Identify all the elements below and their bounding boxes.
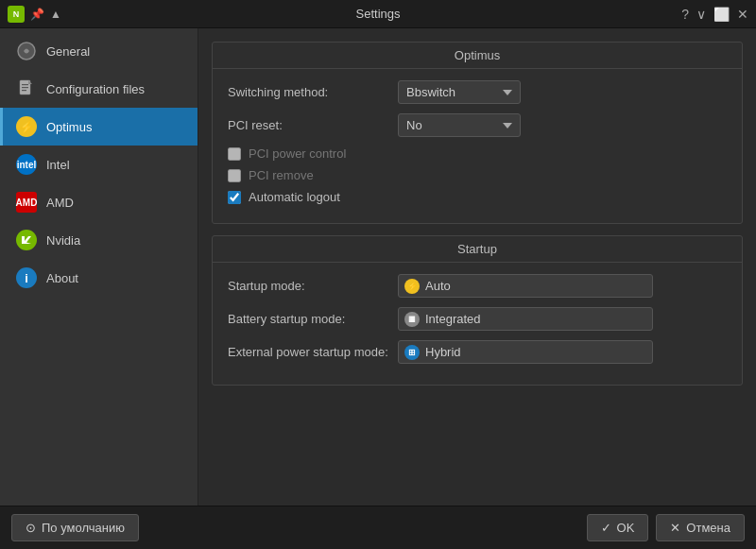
startup-mode-row: Startup mode: ⚡ Auto Integrated Hybrid N… bbox=[228, 274, 727, 298]
ok-check-icon: ✓ bbox=[601, 521, 611, 535]
switching-method-row: Switching method: Bbswitch none acpi_cal… bbox=[228, 80, 727, 104]
sidebar: General Configuration files ⚡ Optimus bbox=[0, 28, 198, 506]
sidebar-item-nvidia-label: Nvidia bbox=[46, 233, 80, 248]
intel-icon: intel bbox=[16, 154, 37, 175]
optimus-panel-title: Optimus bbox=[213, 43, 742, 69]
window-title: Settings bbox=[356, 7, 401, 21]
sidebar-item-amd-label: AMD bbox=[46, 196, 74, 210]
default-icon: ⊙ bbox=[26, 521, 36, 535]
close-button[interactable]: ✕ bbox=[737, 7, 748, 22]
pci-power-control-row: PCI power control bbox=[228, 146, 727, 161]
about-icon: i bbox=[16, 267, 37, 288]
help-button[interactable]: ? bbox=[681, 7, 689, 22]
svg-rect-4 bbox=[22, 90, 26, 91]
sidebar-item-amd[interactable]: AMD AMD bbox=[0, 183, 198, 221]
arrow-up-icon[interactable]: ▲ bbox=[50, 8, 61, 21]
startup-mode-control: ⚡ Auto Integrated Hybrid Nvidia bbox=[398, 274, 727, 298]
pci-remove-row: PCI remove bbox=[228, 168, 727, 182]
startup-panel: Startup Startup mode: ⚡ Auto Integrated … bbox=[212, 235, 743, 386]
pci-reset-row: PCI reset: No Yes bbox=[228, 113, 727, 137]
sidebar-item-configuration-files[interactable]: Configuration files bbox=[0, 70, 198, 108]
app-icon: N bbox=[8, 6, 25, 23]
amd-icon: AMD bbox=[16, 192, 37, 213]
maximize-button[interactable]: ⬜ bbox=[713, 7, 730, 22]
titlebar: N 📌 ▲ Settings ? ∨ ⬜ ✕ bbox=[0, 0, 756, 28]
pci-power-control-checkbox[interactable] bbox=[228, 147, 241, 161]
startup-mode-select[interactable]: Auto Integrated Hybrid Nvidia bbox=[399, 275, 652, 297]
main-layout: General Configuration files ⚡ Optimus bbox=[0, 28, 756, 506]
automatic-logout-row: Automatic logout bbox=[228, 190, 727, 204]
startup-mode-label: Startup mode: bbox=[228, 279, 398, 293]
startup-panel-title: Startup bbox=[213, 236, 742, 263]
automatic-logout-checkbox[interactable] bbox=[228, 191, 241, 204]
wrench-icon bbox=[16, 41, 37, 61]
pci-power-control-label: PCI power control bbox=[249, 146, 346, 161]
pci-reset-label: PCI reset: bbox=[228, 118, 398, 132]
bottom-bar: ⊙ По умолчанию ✓ OK ✕ Отмена bbox=[0, 506, 756, 549]
sidebar-item-intel[interactable]: intel Intel bbox=[0, 146, 198, 183]
battery-startup-mode-row: Battery startup mode: ▦ Auto Integrated … bbox=[228, 307, 727, 331]
sidebar-item-about[interactable]: i About bbox=[0, 259, 198, 297]
battery-startup-mode-select[interactable]: Auto Integrated Hybrid Nvidia bbox=[399, 308, 652, 330]
external-power-startup-control: ⊞ Auto Integrated Hybrid Nvidia bbox=[398, 340, 727, 364]
ok-cancel-group: ✓ OK ✕ Отмена bbox=[587, 514, 745, 541]
cancel-x-icon: ✕ bbox=[670, 521, 680, 535]
default-button[interactable]: ⊙ По умолчанию bbox=[11, 514, 139, 541]
sidebar-item-intel-label: Intel bbox=[46, 158, 70, 172]
cancel-button-label: Отмена bbox=[686, 521, 730, 535]
titlebar-left: N 📌 ▲ bbox=[8, 6, 61, 23]
minimize-button[interactable]: ∨ bbox=[696, 7, 706, 22]
svg-rect-3 bbox=[22, 87, 28, 88]
switching-method-select[interactable]: Bbswitch none acpi_call bbox=[398, 80, 521, 104]
sidebar-item-general[interactable]: General bbox=[0, 32, 198, 70]
switching-method-control: Bbswitch none acpi_call bbox=[398, 80, 727, 104]
sidebar-item-general-label: General bbox=[46, 44, 90, 59]
battery-startup-mode-control: ▦ Auto Integrated Hybrid Nvidia bbox=[398, 307, 727, 331]
external-power-startup-mode-label: External power startup mode: bbox=[228, 345, 398, 359]
file-icon bbox=[16, 78, 37, 99]
window-controls: ? ∨ ⬜ ✕ bbox=[681, 7, 748, 22]
cancel-button[interactable]: ✕ Отмена bbox=[656, 514, 745, 541]
sidebar-item-nvidia[interactable]: Nvidia bbox=[0, 221, 198, 259]
sidebar-item-optimus-label: Optimus bbox=[46, 120, 92, 134]
battery-startup-mode-label: Battery startup mode: bbox=[228, 312, 398, 326]
default-button-label: По умолчанию bbox=[42, 521, 125, 535]
switching-method-label: Switching method: bbox=[228, 85, 398, 99]
pci-remove-label: PCI remove bbox=[249, 168, 314, 182]
svg-rect-2 bbox=[22, 84, 28, 85]
external-power-startup-mode-select[interactable]: Auto Integrated Hybrid Nvidia bbox=[399, 341, 652, 363]
battery-startup-select-wrapper: ▦ Auto Integrated Hybrid Nvidia bbox=[398, 307, 653, 331]
nvidia-icon bbox=[16, 230, 37, 250]
optimus-icon: ⚡ bbox=[16, 116, 37, 137]
pci-reset-select[interactable]: No Yes bbox=[398, 113, 521, 137]
optimus-panel-body: Switching method: Bbswitch none acpi_cal… bbox=[213, 69, 742, 223]
external-power-startup-mode-row: External power startup mode: ⊞ Auto Inte… bbox=[228, 340, 727, 364]
external-power-select-wrapper: ⊞ Auto Integrated Hybrid Nvidia bbox=[398, 340, 653, 364]
optimus-panel: Optimus Switching method: Bbswitch none … bbox=[212, 42, 743, 224]
sidebar-item-config-label: Configuration files bbox=[46, 82, 145, 96]
ok-button-label: OK bbox=[617, 521, 635, 535]
sidebar-item-about-label: About bbox=[46, 271, 78, 285]
pin-icon[interactable]: 📌 bbox=[30, 8, 44, 21]
pci-reset-control: No Yes bbox=[398, 113, 727, 137]
startup-panel-body: Startup mode: ⚡ Auto Integrated Hybrid N… bbox=[213, 263, 742, 385]
content-area: Optimus Switching method: Bbswitch none … bbox=[198, 28, 756, 506]
sidebar-item-optimus[interactable]: ⚡ Optimus bbox=[0, 108, 198, 146]
startup-mode-select-wrapper: ⚡ Auto Integrated Hybrid Nvidia bbox=[398, 274, 653, 298]
automatic-logout-label: Automatic logout bbox=[249, 190, 340, 204]
ok-button[interactable]: ✓ OK bbox=[587, 514, 649, 541]
pci-remove-checkbox[interactable] bbox=[228, 169, 241, 182]
